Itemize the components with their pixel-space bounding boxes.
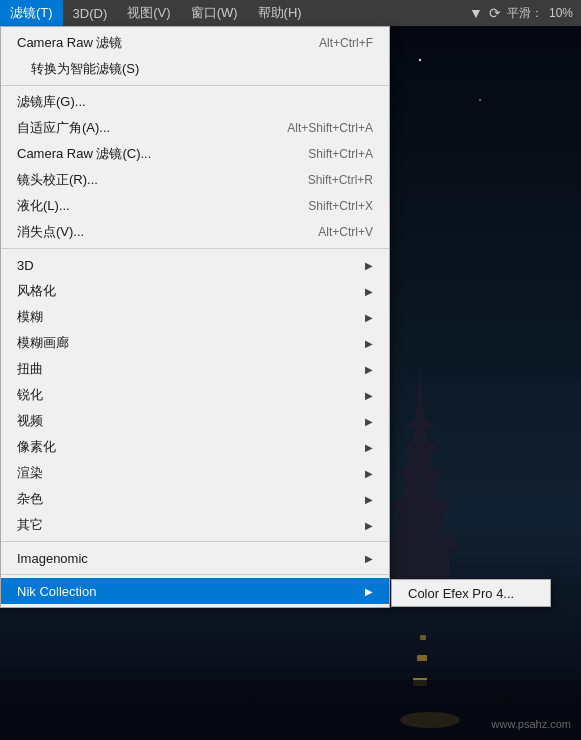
svg-rect-19 — [416, 405, 424, 423]
menu-view[interactable]: 视图(V) — [117, 0, 180, 26]
svg-rect-17 — [414, 428, 426, 446]
watermark: www.psahz.com — [492, 718, 571, 730]
svg-point-26 — [400, 712, 460, 728]
svg-rect-23 — [417, 655, 427, 661]
svg-rect-25 — [0, 680, 581, 740]
dropdown-section-2: 滤镜库(G)... 自适应广角(A)... Alt+Shift+Ctrl+A C… — [1, 86, 389, 249]
menu-camera-raw-c[interactable]: Camera Raw 滤镜(C)... Shift+Ctrl+A — [1, 141, 389, 167]
menu-3d-sub[interactable]: 3D ▶ — [1, 252, 389, 278]
menu-blur[interactable]: 模糊 ▶ — [1, 304, 389, 330]
menu-noise[interactable]: 杂色 ▶ — [1, 486, 389, 512]
menu-filter[interactable]: 滤镜(T) — [0, 0, 63, 26]
toolbar-icon-2[interactable]: ⟳ — [489, 5, 501, 21]
svg-rect-13 — [404, 478, 436, 503]
menu-render[interactable]: 渲染 ▶ — [1, 460, 389, 486]
menu-video[interactable]: 视频 ▶ — [1, 408, 389, 434]
menu-sharpen[interactable]: 锐化 ▶ — [1, 382, 389, 408]
dropdown-section-5: Nik Collection ▶ Color Efex Pro 4... — [1, 575, 389, 607]
menu-help[interactable]: 帮助(H) — [248, 0, 312, 26]
dropdown-section-1: Camera Raw 滤镜 Alt+Ctrl+F 转换为智能滤镜(S) — [1, 27, 389, 86]
nik-collection-submenu: Color Efex Pro 4... — [391, 579, 551, 607]
menu-liquify[interactable]: 液化(L)... Shift+Ctrl+X — [1, 193, 389, 219]
menu-3d[interactable]: 3D(D) — [63, 0, 118, 26]
menu-vanishing-point[interactable]: 消失点(V)... Alt+Ctrl+V — [1, 219, 389, 245]
svg-point-5 — [419, 59, 421, 61]
menu-filter-gallery[interactable]: 滤镜库(G)... — [1, 89, 389, 115]
menu-pixelate[interactable]: 像素化 ▶ — [1, 434, 389, 460]
svg-rect-15 — [410, 450, 430, 472]
menu-imagenomic[interactable]: Imagenomic ▶ — [1, 545, 389, 571]
dropdown-section-4: Imagenomic ▶ — [1, 542, 389, 575]
menu-distort[interactable]: 扭曲 ▶ — [1, 356, 389, 382]
smooth-value: 10% — [549, 6, 573, 20]
menu-stylize[interactable]: 风格化 ▶ — [1, 278, 389, 304]
submenu-color-efex[interactable]: Color Efex Pro 4... — [392, 580, 550, 606]
svg-point-6 — [479, 99, 481, 101]
menu-camera-raw-filter[interactable]: Camera Raw 滤镜 Alt+Ctrl+F — [1, 30, 389, 56]
svg-rect-11 — [398, 510, 442, 540]
filter-dropdown-menu: Camera Raw 滤镜 Alt+Ctrl+F 转换为智能滤镜(S) 滤镜库(… — [0, 26, 390, 608]
svg-rect-24 — [420, 635, 426, 640]
menu-lens-correction[interactable]: 镜头校正(R)... Shift+Ctrl+R — [1, 167, 389, 193]
menu-window[interactable]: 窗口(W) — [181, 0, 248, 26]
menu-other[interactable]: 其它 ▶ — [1, 512, 389, 538]
dropdown-section-3: 3D ▶ 风格化 ▶ 模糊 ▶ 模糊画廊 ▶ 扭曲 ▶ 锐化 ▶ 视频 ▶ 像素… — [1, 249, 389, 542]
smooth-label: 平滑： — [507, 5, 543, 22]
menu-blur-gallery[interactable]: 模糊画廊 ▶ — [1, 330, 389, 356]
menu-convert-smart-filter[interactable]: 转换为智能滤镜(S) — [1, 56, 389, 82]
menu-adaptive-wide-angle[interactable]: 自适应广角(A)... Alt+Shift+Ctrl+A — [1, 115, 389, 141]
menubar: 滤镜(T) 3D(D) 视图(V) 窗口(W) 帮助(H) ▼ ⟳ 平滑： 10… — [0, 0, 581, 26]
menu-nik-collection[interactable]: Nik Collection ▶ — [1, 578, 389, 604]
toolbar-icon-1[interactable]: ▼ — [469, 5, 483, 21]
